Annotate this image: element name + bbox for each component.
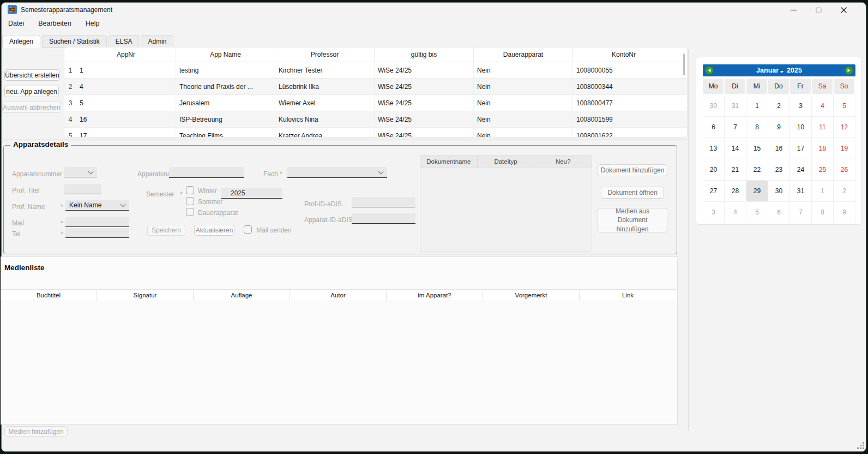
media-column-buchtitel[interactable]: Buchtitel (1, 290, 97, 301)
neu-app-anlegen-button[interactable]: neu. App anlegen (4, 86, 59, 97)
calendar-year[interactable]: 2025 (787, 67, 802, 74)
calendar-day[interactable]: 17 (790, 138, 812, 159)
calendar-day[interactable]: 22 (746, 159, 768, 181)
table-row[interactable]: 416ISP-BetreuungKulovics NinaWiSe 24/25N… (64, 111, 687, 128)
mail-field[interactable] (65, 217, 129, 227)
calendar-day[interactable]: 30 (703, 95, 725, 117)
calendar-day[interactable]: 16 (768, 138, 790, 159)
table-row[interactable]: 11testingKirchner TesterWiSe 24/25Nein10… (64, 62, 687, 79)
medien-hinzufuegen-button[interactable]: Medien hinzufügen (4, 426, 68, 437)
calendar-day[interactable]: 21 (725, 159, 746, 181)
calendar-day[interactable]: 19 (834, 138, 855, 159)
media-column-signatur[interactable]: Signatur (97, 290, 194, 301)
calendar-day[interactable]: 10 (790, 117, 812, 138)
speichern-button[interactable]: Speichern (147, 225, 185, 236)
calendar-day[interactable]: 4 (725, 202, 746, 223)
calendar-day[interactable]: 24 (790, 159, 812, 181)
calendar-day[interactable]: 11 (812, 117, 834, 138)
table-scrollbar-thumb[interactable] (683, 53, 685, 75)
dauerapparat-checkbox[interactable] (186, 208, 194, 216)
mail-senden-checkbox[interactable] (244, 225, 252, 234)
tel-field[interactable] (65, 228, 129, 238)
menu-bearbeiten[interactable]: Bearbeiten (38, 20, 71, 27)
prof-name-dropdown[interactable]: Kein Name (65, 200, 129, 211)
close-button[interactable] (831, 3, 856, 18)
column-header-professor[interactable]: Professor (275, 47, 375, 62)
calendar-day[interactable]: 31 (725, 95, 746, 117)
calendar-day[interactable]: 5 (746, 202, 768, 223)
calendar-day[interactable]: 8 (746, 117, 768, 138)
calendar-day[interactable]: 3 (790, 95, 812, 117)
menu-help[interactable]: Help (86, 20, 100, 27)
calendar-month[interactable]: Januar (756, 67, 779, 74)
calendar-day[interactable]: 2 (834, 181, 855, 202)
tab-elsa[interactable]: ELSA (108, 35, 140, 48)
splitter[interactable] (1, 140, 688, 140)
media-column-link[interactable]: Link (580, 290, 676, 301)
menu-datei[interactable]: Datei (8, 20, 24, 27)
calendar-day[interactable]: 3 (703, 202, 725, 223)
table-row[interactable]: 24Theorie und Praxis der ...Lüsebrink Il… (64, 79, 687, 95)
column-header-app-name[interactable]: App Name (176, 47, 275, 62)
tab-suchen-statistik[interactable]: Suchen / Statistik (42, 35, 107, 48)
prev-month-button[interactable] (705, 66, 714, 75)
calendar-day[interactable]: 7 (790, 202, 812, 223)
column-header-dauerapparat[interactable]: Dauerapparat (474, 47, 573, 62)
calendar-day[interactable]: 2 (768, 95, 790, 117)
calendar-day[interactable]: 5 (834, 95, 855, 117)
tab-admin[interactable]: Admin (141, 35, 173, 48)
auswahl-abbrechen-button[interactable]: Auswahl abbrechen (2, 101, 61, 113)
calendar-day[interactable]: 9 (768, 117, 790, 138)
calendar-month-year[interactable]: Januar 2025 (756, 67, 802, 74)
calendar-day[interactable]: 15 (746, 138, 768, 159)
calendar-day[interactable]: 29 (746, 181, 768, 202)
document-list[interactable]: Dokumentname Dateityp Neu? (420, 155, 592, 252)
calendar-day[interactable]: 18 (812, 138, 834, 159)
aktualisieren-button[interactable]: Aktualisieren (194, 225, 234, 236)
calendar-day[interactable]: 12 (834, 117, 855, 138)
calendar-day[interactable]: 26 (834, 159, 855, 181)
column-header-appnr[interactable]: AppNr (76, 47, 176, 62)
calendar-day[interactable]: 7 (725, 117, 746, 138)
medien-aus-dokument-button[interactable]: Medien aus Dokument hinzufügen (598, 208, 667, 232)
next-month-button[interactable] (845, 66, 853, 75)
calendar-day[interactable]: 23 (768, 159, 790, 181)
dokument-hinzufuegen-button[interactable]: Dokument hinzufügen (598, 164, 667, 176)
media-column-vorgemerkt[interactable]: Vorgemerkt (483, 290, 580, 301)
calendar-day[interactable]: 6 (703, 117, 725, 138)
calendar-day[interactable]: 4 (812, 95, 834, 117)
calendar-day[interactable]: 27 (703, 181, 725, 202)
calendar-day[interactable]: 8 (812, 202, 834, 223)
calendar-day[interactable]: 1 (746, 95, 768, 117)
minimize-button[interactable] (781, 3, 806, 18)
tab-anlegen[interactable]: Anlegen (2, 35, 40, 48)
calendar-day[interactable]: 9 (834, 202, 855, 223)
dokument-oeffnen-button[interactable]: Dokument öffnen (601, 187, 664, 199)
prof-id-adis-field[interactable] (352, 197, 415, 207)
maximize-button[interactable] (806, 3, 831, 18)
calendar-day[interactable]: 31 (790, 181, 812, 202)
column-header-gueltig-bis[interactable]: gültig bis (375, 47, 474, 62)
media-column-im-apparat[interactable]: im Apparat? (387, 290, 483, 301)
table-row[interactable]: 35JerusalemWiemer AxelWiSe 24/25Nein1008… (64, 95, 687, 111)
calendar-day[interactable]: 28 (725, 181, 746, 202)
uebersicht-erstellen-button[interactable]: Übersicht erstellen (4, 69, 60, 81)
fach-dropdown[interactable] (287, 167, 387, 178)
calendar-day[interactable]: 13 (703, 138, 725, 159)
resize-grip-icon[interactable] (857, 442, 865, 452)
apparatsnummer-dropdown[interactable] (64, 167, 97, 177)
apparat-id-adis-field[interactable] (352, 213, 415, 224)
calendar-day[interactable]: 1 (812, 181, 834, 202)
calendar-day[interactable]: 14 (725, 138, 746, 159)
year-field[interactable]: 2025 (221, 188, 282, 199)
sommer-checkbox[interactable] (186, 197, 194, 205)
media-column-auflage[interactable]: Auflage (194, 290, 290, 301)
apparatsname-field[interactable] (169, 167, 244, 178)
prof-titel-field[interactable] (64, 184, 101, 194)
calendar-day[interactable]: 20 (703, 159, 725, 181)
calendar-day[interactable]: 6 (768, 202, 790, 223)
calendar-day[interactable]: 25 (812, 159, 834, 181)
column-header-kontonr[interactable]: KontoNr (573, 47, 674, 62)
calendar-day[interactable]: 30 (768, 181, 790, 202)
media-column-autor[interactable]: Autor (290, 290, 387, 301)
